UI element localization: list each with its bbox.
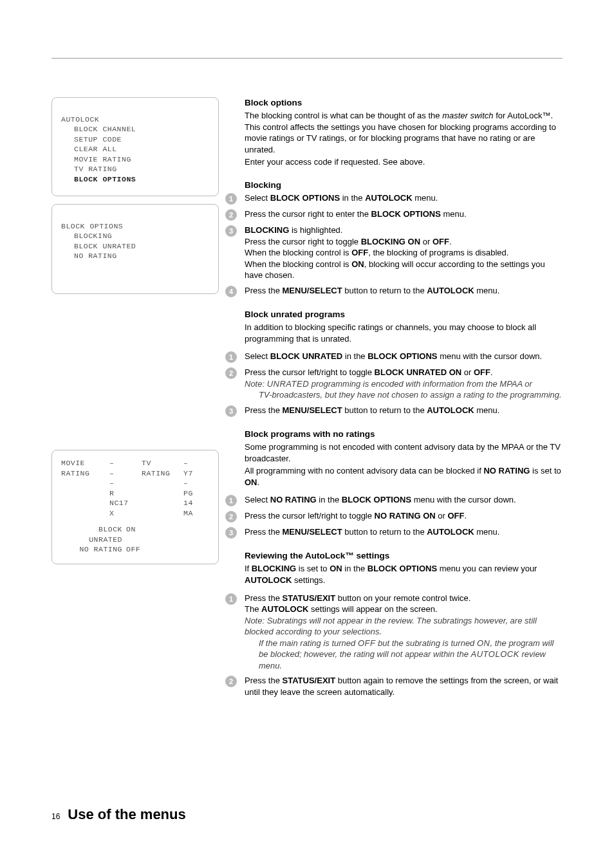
section-heading: Blocking bbox=[245, 180, 563, 191]
rating-value: MA bbox=[183, 508, 203, 519]
menu-item: BLOCK UNRATED bbox=[74, 242, 136, 250]
rating-value: X bbox=[109, 508, 142, 519]
step-number-icon: 1 bbox=[225, 495, 237, 506]
body-text: If BLOCKING is set to ON in the BLOCK OP… bbox=[245, 563, 563, 586]
rating-value: Y7 bbox=[183, 468, 203, 479]
rating-value: – bbox=[183, 458, 203, 468]
rating-value: PG bbox=[183, 488, 203, 499]
top-divider bbox=[51, 58, 563, 59]
step-item: 1 Press the STATUS/EXIT button on your r… bbox=[245, 593, 563, 672]
block-options-menu-box: BLOCK OPTIONS BLOCKING BLOCK UNRATED NO … bbox=[51, 204, 219, 294]
review-section: Reviewing the AutoLock™ settings If BLOC… bbox=[245, 550, 563, 697]
block-unrated-section: Block unrated programs In addition to bl… bbox=[245, 309, 563, 417]
sidebar-column: AUTOLOCK BLOCK CHANNEL SETUP CODE CLEAR … bbox=[51, 97, 219, 710]
row-label: BLOCK UNRATED bbox=[61, 524, 126, 544]
body-text: Some programming is not encoded with con… bbox=[245, 441, 563, 464]
step-number-icon: 2 bbox=[225, 367, 237, 379]
rating-value: – bbox=[183, 478, 203, 488]
section-heading: Block options bbox=[245, 97, 563, 109]
step-item: 2 Press the STATUS/EXIT button again to … bbox=[245, 675, 563, 697]
section-heading: Block programs with no ratings bbox=[245, 429, 563, 440]
step-item: 2 Press the cursor right to enter the BL… bbox=[245, 208, 563, 221]
rating-value: R bbox=[109, 488, 142, 499]
step-number-icon: 3 bbox=[225, 405, 237, 417]
step-number-icon: 1 bbox=[225, 193, 237, 205]
step-item: 1 Select NO RATING in the BLOCK OPTIONS … bbox=[245, 494, 563, 506]
block-options-section: Block options The blocking control is wh… bbox=[245, 97, 563, 168]
tv-rating-label: TV RATING bbox=[142, 458, 183, 518]
page-footer: 16 Use of the menus bbox=[51, 806, 563, 823]
section-heading: Block unrated programs bbox=[245, 309, 563, 320]
menu-item-selected: BLOCK OPTIONS bbox=[74, 175, 136, 183]
movie-rating-values: – – – R NC17 X bbox=[109, 458, 142, 518]
step-item: 3 Press the MENU/SELECT button to return… bbox=[245, 405, 563, 417]
step-number-icon: 2 bbox=[225, 209, 237, 221]
step-item: 2 Press the cursor left/right to toggle … bbox=[245, 510, 563, 522]
block-unrated-row: BLOCK UNRATED ON bbox=[61, 524, 209, 544]
menu-item: BLOCKING bbox=[74, 232, 112, 240]
ratings-review-box: MOVIE RATING – – – R NC17 X TV RATING – … bbox=[51, 450, 219, 564]
rating-value: 14 bbox=[183, 498, 203, 508]
rating-value: NC17 bbox=[109, 498, 142, 508]
movie-rating-label: MOVIE RATING bbox=[61, 458, 109, 518]
tv-rating-values: – Y7 – PG 14 MA bbox=[183, 458, 203, 518]
content-column: Block options The blocking control is wh… bbox=[245, 97, 563, 710]
step-item: 3 Press the MENU/SELECT button to return… bbox=[245, 526, 563, 539]
row-value: OFF bbox=[126, 544, 140, 555]
step-number-icon: 3 bbox=[225, 225, 237, 237]
step-number-icon: 2 bbox=[225, 676, 237, 687]
page-number: 16 bbox=[51, 812, 60, 821]
rating-value: – bbox=[109, 468, 142, 479]
body-text: In addition to blocking specific ratings… bbox=[245, 322, 563, 344]
step-number-icon: 2 bbox=[225, 511, 237, 522]
step-number-icon: 1 bbox=[225, 593, 237, 605]
row-label: NO RATING bbox=[61, 544, 126, 555]
menu-title: BLOCK OPTIONS bbox=[61, 222, 123, 230]
menu-item: BLOCK CHANNEL bbox=[74, 125, 136, 133]
autolock-menu-box: AUTOLOCK BLOCK CHANNEL SETUP CODE CLEAR … bbox=[51, 97, 219, 196]
no-rating-row: NO RATING OFF bbox=[61, 544, 209, 555]
section-heading: Reviewing the AutoLock™ settings bbox=[245, 550, 563, 562]
body-text: The blocking control is what can be thou… bbox=[245, 110, 563, 155]
rating-value: – bbox=[109, 458, 142, 468]
step-number-icon: 4 bbox=[225, 286, 237, 297]
body-text: All programming with no content advisory… bbox=[245, 465, 563, 488]
no-ratings-section: Block programs with no ratings Some prog… bbox=[245, 429, 563, 539]
menu-item: MOVIE RATING bbox=[74, 155, 131, 163]
footer-title: Use of the menus bbox=[68, 806, 185, 823]
body-text: Enter your access code if requested. See… bbox=[245, 156, 563, 168]
row-value: ON bbox=[126, 524, 136, 544]
menu-title: AUTOLOCK bbox=[61, 115, 99, 124]
step-number-icon: 3 bbox=[225, 527, 237, 539]
step-item: 4 Press the MENU/SELECT button to return… bbox=[245, 285, 563, 297]
menu-item: SETUP CODE bbox=[74, 135, 122, 143]
step-item: 3 BLOCKING is highlighted. Press the cur… bbox=[245, 225, 563, 281]
menu-item: TV RATING bbox=[74, 165, 117, 173]
step-item: 1 Select BLOCK UNRATED in the BLOCK OPTI… bbox=[245, 351, 563, 363]
blocking-section: Blocking 1 Select BLOCK OPTIONS in the A… bbox=[245, 180, 563, 297]
rating-value: – bbox=[109, 478, 142, 488]
step-number-icon: 1 bbox=[225, 351, 237, 363]
menu-item: NO RATING bbox=[74, 252, 117, 260]
step-item: 2 Press the cursor left/right to toggle … bbox=[245, 367, 563, 401]
menu-item: CLEAR ALL bbox=[74, 145, 117, 153]
step-item: 1 Select BLOCK OPTIONS in the AUTOLOCK m… bbox=[245, 192, 563, 205]
